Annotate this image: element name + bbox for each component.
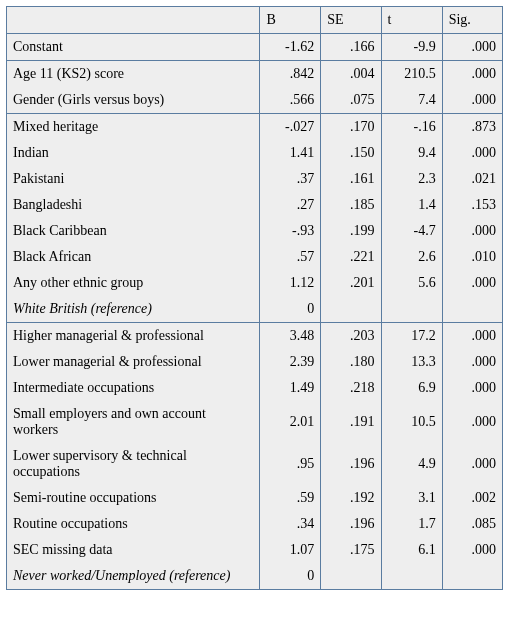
regression-table: B SE t Sig. Constant-1.62.166-9.9.000Age… <box>6 6 503 590</box>
cell-t <box>381 563 442 590</box>
cell-sig: .000 <box>442 34 502 61</box>
cell-b: .95 <box>260 443 321 485</box>
cell-t <box>381 296 442 323</box>
cell-sig: .000 <box>442 140 502 166</box>
header-sig: Sig. <box>442 7 502 34</box>
cell-b: .566 <box>260 87 321 114</box>
cell-t: 2.3 <box>381 166 442 192</box>
cell-sig: .000 <box>442 218 502 244</box>
table-header-row: B SE t Sig. <box>7 7 503 34</box>
cell-label: Bangladeshi <box>7 192 260 218</box>
cell-t: 6.1 <box>381 537 442 563</box>
cell-se: .196 <box>321 443 381 485</box>
cell-b: 0 <box>260 296 321 323</box>
cell-se: .166 <box>321 34 381 61</box>
table-row: Any other ethnic group1.12.2015.6.000 <box>7 270 503 296</box>
table-row: SEC missing data1.07.1756.1.000 <box>7 537 503 563</box>
cell-b: 3.48 <box>260 323 321 350</box>
cell-b: .842 <box>260 61 321 88</box>
cell-se: .180 <box>321 349 381 375</box>
cell-label: Routine occupations <box>7 511 260 537</box>
cell-t: -9.9 <box>381 34 442 61</box>
table-row: Never worked/Unemployed (reference)0 <box>7 563 503 590</box>
cell-label: Intermediate occupations <box>7 375 260 401</box>
cell-sig: .873 <box>442 114 502 141</box>
cell-sig: .000 <box>442 323 502 350</box>
cell-b: .34 <box>260 511 321 537</box>
header-t: t <box>381 7 442 34</box>
cell-se: .203 <box>321 323 381 350</box>
cell-b: -1.62 <box>260 34 321 61</box>
cell-t: 10.5 <box>381 401 442 443</box>
cell-t: 13.3 <box>381 349 442 375</box>
cell-se: .196 <box>321 511 381 537</box>
cell-sig: .153 <box>442 192 502 218</box>
cell-label: Gender (Girls versus boys) <box>7 87 260 114</box>
table-row: Mixed heritage-.027.170-.16.873 <box>7 114 503 141</box>
cell-sig: .021 <box>442 166 502 192</box>
cell-t: 5.6 <box>381 270 442 296</box>
cell-label: Never worked/Unemployed (reference) <box>7 563 260 590</box>
cell-t: -.16 <box>381 114 442 141</box>
cell-se: .191 <box>321 401 381 443</box>
cell-t: 7.4 <box>381 87 442 114</box>
cell-sig: .000 <box>442 349 502 375</box>
cell-se: .218 <box>321 375 381 401</box>
table-row: Semi-routine occupations.59.1923.1.002 <box>7 485 503 511</box>
cell-label: Small employers and own account workers <box>7 401 260 443</box>
cell-label: Semi-routine occupations <box>7 485 260 511</box>
cell-sig: .000 <box>442 87 502 114</box>
cell-b: .27 <box>260 192 321 218</box>
cell-se: .150 <box>321 140 381 166</box>
cell-b: .37 <box>260 166 321 192</box>
cell-sig: .002 <box>442 485 502 511</box>
cell-sig: .000 <box>442 270 502 296</box>
cell-sig: .000 <box>442 443 502 485</box>
table-row: Black African.57.2212.6.010 <box>7 244 503 270</box>
cell-se: .201 <box>321 270 381 296</box>
cell-se: .075 <box>321 87 381 114</box>
cell-sig: .010 <box>442 244 502 270</box>
table-row: Pakistani.37.1612.3.021 <box>7 166 503 192</box>
cell-label: Black African <box>7 244 260 270</box>
cell-b: .57 <box>260 244 321 270</box>
cell-t: 1.7 <box>381 511 442 537</box>
cell-t: 210.5 <box>381 61 442 88</box>
cell-b: 2.39 <box>260 349 321 375</box>
cell-label: Indian <box>7 140 260 166</box>
cell-t: -4.7 <box>381 218 442 244</box>
cell-label: Age 11 (KS2) score <box>7 61 260 88</box>
cell-se: .199 <box>321 218 381 244</box>
cell-sig: .000 <box>442 61 502 88</box>
cell-b: 1.12 <box>260 270 321 296</box>
cell-label: Lower supervisory & technical occupation… <box>7 443 260 485</box>
cell-se: .161 <box>321 166 381 192</box>
cell-b: 1.41 <box>260 140 321 166</box>
cell-sig <box>442 296 502 323</box>
table-row: White British (reference)0 <box>7 296 503 323</box>
table-row: Lower supervisory & technical occupation… <box>7 443 503 485</box>
cell-label: Mixed heritage <box>7 114 260 141</box>
table-row: Small employers and own account workers2… <box>7 401 503 443</box>
cell-label: Pakistani <box>7 166 260 192</box>
cell-label: Lower managerial & professional <box>7 349 260 375</box>
cell-se: .004 <box>321 61 381 88</box>
cell-sig <box>442 563 502 590</box>
cell-se <box>321 563 381 590</box>
cell-t: 2.6 <box>381 244 442 270</box>
cell-label: Black Caribbean <box>7 218 260 244</box>
cell-sig: .000 <box>442 375 502 401</box>
table-row: Age 11 (KS2) score.842.004210.5.000 <box>7 61 503 88</box>
table-row: Indian1.41.1509.4.000 <box>7 140 503 166</box>
cell-label: SEC missing data <box>7 537 260 563</box>
cell-b: 1.07 <box>260 537 321 563</box>
cell-label: Any other ethnic group <box>7 270 260 296</box>
table-row: Gender (Girls versus boys).566.0757.4.00… <box>7 87 503 114</box>
table-row: Routine occupations.34.1961.7.085 <box>7 511 503 537</box>
header-b: B <box>260 7 321 34</box>
cell-b: .59 <box>260 485 321 511</box>
table-row: Intermediate occupations1.49.2186.9.000 <box>7 375 503 401</box>
table-row: Black Caribbean-.93.199-4.7.000 <box>7 218 503 244</box>
table-row: Bangladeshi.27.1851.4.153 <box>7 192 503 218</box>
cell-t: 1.4 <box>381 192 442 218</box>
